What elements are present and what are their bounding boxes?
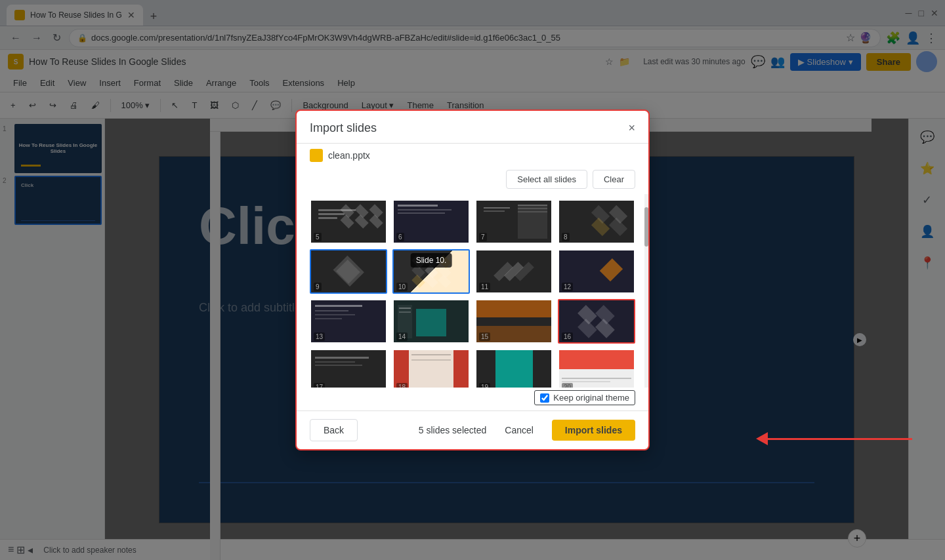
slide-5-num: 5: [314, 233, 322, 241]
slide-6-preview: [394, 201, 469, 243]
slide-7-preview: [476, 201, 551, 243]
dialog-select-row: Select all slides Clear: [297, 167, 648, 194]
arrow-head: [756, 432, 768, 445]
file-icon: [310, 149, 323, 162]
modal-overlay: Import slides × clean.pptx Select all sl…: [0, 0, 945, 560]
grid-slide-6[interactable]: 6: [392, 199, 470, 244]
slide-20-num: 20: [562, 383, 573, 388]
grid-slide-17[interactable]: 17: [310, 349, 387, 388]
grid-slide-5[interactable]: 5: [310, 199, 387, 244]
dialog-close-button[interactable]: ×: [628, 121, 635, 135]
select-all-slides-btn[interactable]: Select all slides: [506, 170, 587, 189]
slide-9-preview: [311, 250, 386, 292]
dialog-header: Import slides ×: [297, 111, 648, 144]
red-arrow-annotation: [756, 432, 912, 445]
keep-theme-row: Keep original theme: [297, 388, 648, 410]
slide-18-preview: [394, 350, 469, 388]
grid-slide-7[interactable]: 7: [475, 199, 553, 244]
keep-original-theme-wrapper: Keep original theme: [534, 390, 635, 405]
slide-13-num: 13: [314, 332, 325, 341]
clear-btn[interactable]: Clear: [593, 170, 635, 189]
slide-8-num: 8: [562, 233, 570, 241]
grid-slide-10[interactable]: Slide 10.: [392, 249, 470, 294]
dialog-file-row: clean.pptx: [297, 144, 648, 167]
slides-selected-count: 5 slides selected: [419, 425, 487, 435]
slide-18-num: 18: [396, 383, 408, 388]
grid-slide-13[interactable]: 13: [310, 299, 387, 344]
file-name: clean.pptx: [328, 150, 370, 161]
import-slides-button[interactable]: Import slides: [552, 420, 635, 441]
slides-grid-wrapper: 5 6: [297, 194, 648, 388]
slide-17-num: 17: [314, 383, 325, 388]
grid-slide-15[interactable]: 15: [475, 299, 553, 344]
slide-8-preview: [559, 201, 634, 243]
grid-slide-20[interactable]: 20: [558, 349, 635, 388]
scroll-thumb[interactable]: [644, 207, 648, 247]
slide-9-num: 9: [314, 283, 322, 291]
grid-slide-19[interactable]: 19: [475, 349, 553, 388]
grid-slide-11[interactable]: 11: [475, 249, 553, 294]
import-dialog: Import slides × clean.pptx Select all sl…: [295, 110, 650, 450]
slide-14-num: 14: [396, 332, 408, 341]
keep-original-theme-label: Keep original theme: [553, 393, 629, 403]
slide-16-num: 16: [562, 332, 573, 341]
grid-slide-18[interactable]: 18: [392, 349, 470, 388]
slide-10-num: 10: [396, 283, 408, 291]
dialog-title: Import slides: [310, 121, 377, 135]
footer-right: 5 slides selected Cancel Import slides: [419, 420, 635, 441]
scroll-track: [644, 194, 648, 388]
dialog-footer: Back 5 slides selected Cancel Import sli…: [297, 410, 648, 449]
slide-19-preview: [476, 350, 551, 388]
slide-15-num: 15: [479, 332, 490, 341]
slide-20-preview: [559, 350, 634, 388]
grid-slide-8[interactable]: 8: [558, 199, 635, 244]
slide-12-num: 12: [562, 283, 573, 291]
arrow-line: [768, 438, 912, 440]
slide-6-num: 6: [396, 233, 404, 241]
cancel-button[interactable]: Cancel: [497, 420, 541, 441]
grid-slide-14[interactable]: 14: [392, 299, 470, 344]
grid-slide-9[interactable]: 9: [310, 249, 387, 294]
grid-slide-16[interactable]: 16: [558, 299, 635, 344]
slide-11-num: 11: [479, 283, 490, 291]
slide-7-num: 7: [479, 233, 487, 241]
keep-original-theme-checkbox[interactable]: [540, 393, 549, 403]
back-button[interactable]: Back: [310, 419, 358, 441]
slide-17-preview: [311, 350, 386, 388]
slide-10-tooltip: Slide 10.: [411, 253, 452, 268]
grid-slide-12[interactable]: 12: [558, 249, 635, 294]
slide-19-num: 19: [479, 383, 490, 388]
slide-5-preview: [311, 201, 386, 243]
slides-grid: 5 6: [297, 194, 648, 388]
